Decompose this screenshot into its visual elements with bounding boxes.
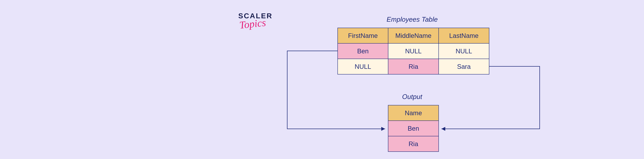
table-row: NULL Ria Sara <box>338 59 489 74</box>
table-row: Ria <box>388 136 439 152</box>
table-header-row: Name <box>388 105 439 121</box>
employees-table-title: Employees Table <box>374 16 451 23</box>
scaler-topics-logo: SCALER Topics <box>238 12 272 30</box>
col-header-name: Name <box>388 105 439 121</box>
table-row: Ben NULL NULL <box>338 44 489 59</box>
col-header-lastname: LastName <box>439 28 489 44</box>
svg-marker-0 <box>381 127 385 131</box>
cell-middlename: Ria <box>388 59 439 74</box>
cell-firstname: Ben <box>338 44 388 59</box>
cell-lastname: NULL <box>439 44 489 59</box>
cell-middlename: NULL <box>388 44 439 59</box>
cell-lastname: Sara <box>439 59 489 74</box>
col-header-firstname: FirstName <box>338 28 388 44</box>
cell-firstname: NULL <box>338 59 388 74</box>
svg-marker-1 <box>442 127 445 131</box>
output-cell: Ben <box>388 121 439 136</box>
table-header-row: FirstName MiddleName LastName <box>338 28 489 44</box>
table-row: Ben <box>388 121 439 136</box>
employees-table: FirstName MiddleName LastName Ben NULL N… <box>338 28 489 74</box>
output-table: Name Ben Ria <box>388 105 439 152</box>
output-table-title: Output <box>374 93 451 100</box>
output-cell: Ria <box>388 136 439 152</box>
flow-arrows <box>0 0 644 159</box>
col-header-middlename: MiddleName <box>388 28 439 44</box>
